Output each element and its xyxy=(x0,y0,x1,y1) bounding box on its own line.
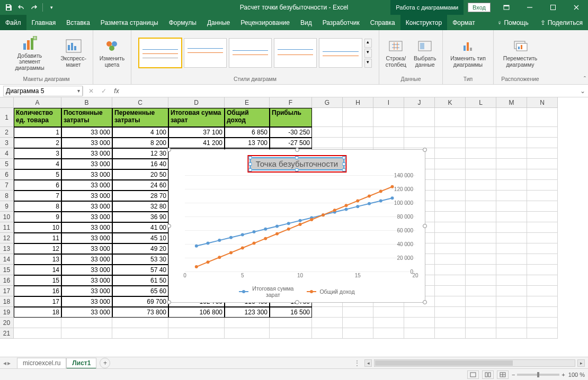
cell[interactable] xyxy=(466,286,496,296)
tab-вид[interactable]: Вид xyxy=(295,15,317,30)
cell[interactable] xyxy=(466,148,496,159)
cell[interactable] xyxy=(466,169,496,180)
cell[interactable] xyxy=(435,243,466,254)
view-page-break-icon[interactable] xyxy=(497,370,509,379)
cell[interactable] xyxy=(14,318,61,328)
cell[interactable] xyxy=(435,159,466,169)
cell[interactable] xyxy=(404,138,435,148)
cell[interactable]: 123 300 xyxy=(225,307,270,318)
cell[interactable] xyxy=(496,296,527,307)
col-header[interactable]: F xyxy=(270,97,312,108)
cell[interactable]: 12 30 xyxy=(112,148,168,159)
quick-layout-button[interactable]: Экспресс-макет xyxy=(58,37,88,69)
cell[interactable] xyxy=(435,254,466,265)
view-page-layout-icon[interactable] xyxy=(482,370,494,379)
cell[interactable] xyxy=(527,138,558,148)
tab-nav-next-icon[interactable]: ▸ xyxy=(7,359,11,367)
cell[interactable] xyxy=(496,328,527,339)
tab-nav-prev-icon[interactable]: ◂ xyxy=(3,359,6,367)
cell[interactable] xyxy=(496,222,527,233)
cell[interactable] xyxy=(435,318,466,328)
name-box[interactable]: Диаграмма 5 ▾ xyxy=(3,86,83,96)
tab-формат[interactable]: Формат xyxy=(447,15,480,30)
cell[interactable]: 33 000 xyxy=(61,127,112,138)
cell[interactable] xyxy=(496,265,527,275)
cell[interactable]: 33 000 xyxy=(61,296,112,307)
zoom-in-icon[interactable]: + xyxy=(562,372,565,378)
minimize-icon[interactable] xyxy=(518,0,541,15)
move-chart-button[interactable]: Переместить диаграмму xyxy=(498,37,542,69)
cell[interactable] xyxy=(343,307,373,318)
chart-style-thumb[interactable] xyxy=(139,38,182,68)
cell[interactable] xyxy=(270,328,312,339)
row-header[interactable]: 21 xyxy=(0,328,14,339)
cell[interactable] xyxy=(527,222,558,233)
cell[interactable]: 15 xyxy=(14,275,61,286)
formula-input[interactable] xyxy=(124,86,577,96)
cell[interactable] xyxy=(527,212,558,222)
cell[interactable] xyxy=(435,328,466,339)
sheet-tab[interactable]: microexcel.ru xyxy=(17,358,66,369)
col-header[interactable]: A xyxy=(14,97,61,108)
cell[interactable] xyxy=(466,254,496,265)
cell[interactable] xyxy=(404,108,435,127)
cell[interactable]: 8 xyxy=(14,201,61,212)
cell[interactable] xyxy=(435,201,466,212)
cell[interactable] xyxy=(343,138,373,148)
cell[interactable] xyxy=(496,286,527,296)
cell[interactable]: 33 000 xyxy=(61,212,112,222)
cell[interactable] xyxy=(168,328,225,339)
tab-разметка страницы[interactable]: Разметка страницы xyxy=(95,15,164,30)
cell[interactable] xyxy=(527,307,558,318)
change-chart-type-button[interactable]: Изменить тип диаграммы xyxy=(447,37,489,69)
cell[interactable]: 33 000 xyxy=(61,169,112,180)
cell[interactable] xyxy=(373,108,404,127)
tab-рецензирование[interactable]: Рецензирование xyxy=(235,15,295,30)
col-header[interactable]: J xyxy=(404,97,435,108)
cell[interactable]: 33 000 xyxy=(61,201,112,212)
col-header[interactable]: D xyxy=(168,97,225,108)
cell[interactable] xyxy=(435,138,466,148)
cell[interactable]: 57 40 xyxy=(112,265,168,275)
cell[interactable]: Постоянные затраты xyxy=(61,108,112,127)
cell[interactable]: Переменные затраты xyxy=(112,108,168,127)
row-header[interactable]: 18 xyxy=(0,296,14,307)
cell[interactable] xyxy=(496,275,527,286)
cell[interactable] xyxy=(112,328,168,339)
cell[interactable]: Итоговая сумма зарат xyxy=(168,108,225,127)
cell[interactable] xyxy=(435,307,466,318)
cell[interactable] xyxy=(527,127,558,138)
cell[interactable]: 11 xyxy=(14,233,61,243)
cell[interactable] xyxy=(373,318,404,328)
change-colors-button[interactable]: Изменить цвета xyxy=(97,37,127,69)
cell[interactable] xyxy=(312,318,343,328)
cell[interactable] xyxy=(343,127,373,138)
col-header[interactable]: I xyxy=(373,97,404,108)
row-header[interactable]: 7 xyxy=(0,180,14,191)
cell[interactable]: 33 000 xyxy=(61,191,112,201)
cell[interactable]: -27 500 xyxy=(270,138,312,148)
hscroll-left-icon[interactable]: ◂ xyxy=(364,359,372,367)
cell[interactable]: 33 000 xyxy=(61,233,112,243)
cell[interactable] xyxy=(404,328,435,339)
horizontal-scrollbar[interactable]: ⋮ ◂ ▸ xyxy=(110,359,588,367)
row-headers[interactable]: 123456789101112131415161718192021 xyxy=(0,108,14,339)
cell[interactable] xyxy=(435,275,466,286)
cell[interactable] xyxy=(466,212,496,222)
col-header[interactable]: E xyxy=(225,97,270,108)
share-button[interactable]: ⇪Поделиться xyxy=(535,15,588,30)
ribbon-display-icon[interactable] xyxy=(495,0,518,15)
col-header[interactable]: H xyxy=(343,97,373,108)
cell[interactable]: Прибыль xyxy=(270,108,312,127)
cell[interactable] xyxy=(312,307,343,318)
chart-styles-gallery[interactable]: ▴ ▾ ▾ xyxy=(139,38,372,68)
col-header[interactable]: L xyxy=(466,97,496,108)
cell[interactable]: 12 xyxy=(14,243,61,254)
cell[interactable]: 5 xyxy=(14,169,61,180)
cell[interactable] xyxy=(435,286,466,296)
switch-row-col-button[interactable]: Строка/ столбец xyxy=(384,37,408,69)
cell[interactable]: 61 50 xyxy=(112,275,168,286)
cell[interactable] xyxy=(466,328,496,339)
cell[interactable] xyxy=(343,318,373,328)
cell[interactable]: 6 850 xyxy=(225,127,270,138)
